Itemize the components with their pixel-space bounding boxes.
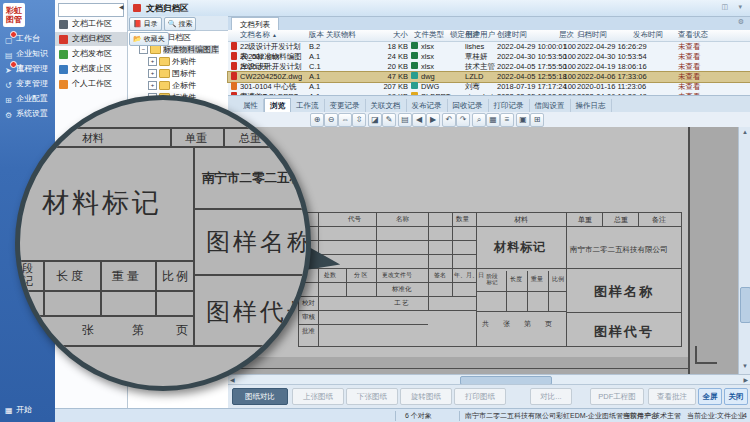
workspace-item-archive[interactable]: 文档归档区	[55, 32, 127, 46]
fullscreen-button[interactable]: 全屏	[698, 388, 722, 405]
magnifier-tool-icon[interactable]: ⌕	[472, 113, 486, 127]
col-material[interactable]: 关联物料	[326, 30, 356, 40]
tb-drawing-code: 图样代号	[594, 323, 654, 341]
measure-icon[interactable]: ≡	[500, 113, 514, 127]
next-page-icon[interactable]: ▶	[426, 113, 440, 127]
col-size[interactable]: 大小	[380, 30, 408, 40]
tree-node-enterprise-std[interactable]: +企标件	[148, 80, 196, 91]
tab-print-records[interactable]: 打印记录	[489, 99, 530, 113]
col-publishtime[interactable]: 发布时间	[633, 30, 663, 40]
vertical-scroll-thumb[interactable]	[740, 287, 750, 323]
folder-icon	[159, 81, 170, 90]
search-button[interactable]: 🔍 搜索	[164, 17, 197, 31]
tree-toolbar: 📕 目录🔍 搜索📂 收藏夹	[127, 16, 228, 31]
compare-drawing-button[interactable]: 图纸对比	[232, 388, 288, 405]
tab-document-list[interactable]: 文档列表	[231, 17, 279, 31]
col-layer[interactable]: 层次	[556, 30, 574, 40]
workspace-search-input[interactable]	[58, 3, 124, 17]
start-icon: ▦	[5, 403, 13, 419]
col-archivetime[interactable]: 归档时间	[577, 30, 607, 40]
status-badge: 未查看	[678, 62, 701, 72]
tab-recycle-records[interactable]: 回收记录	[448, 99, 489, 113]
workspace-item-publish[interactable]: 文档发布区	[55, 47, 127, 61]
mag-length: 长度	[56, 268, 86, 285]
scroll-left-icon[interactable]: ◀	[230, 376, 235, 383]
close-button[interactable]: 关闭	[724, 388, 748, 405]
archive-window-icon	[133, 4, 141, 12]
pdf-drawing-button[interactable]: PDF工程图	[590, 388, 644, 405]
workspace-item-personal[interactable]: 个人工作区	[55, 77, 127, 91]
list-settings-icon[interactable]: ⚙	[738, 18, 744, 26]
sidebar-item-knowledge[interactable]: ▤ 企业知识库	[0, 46, 55, 61]
fit-page-icon[interactable]: ⇳	[352, 113, 366, 127]
view-annotation-button[interactable]: 查看批注	[648, 388, 696, 405]
prev-drawing-button[interactable]: 上张图纸	[292, 388, 344, 405]
tab-operation-log[interactable]: 操作日志	[571, 99, 612, 113]
tab-preview[interactable]: 浏览	[264, 98, 291, 113]
col-filetype[interactable]: 文件类型	[414, 30, 444, 40]
rotate-drawing-button[interactable]: 旋转图纸	[400, 388, 452, 405]
vertical-scrollbar[interactable]: ▲ ▼	[738, 127, 750, 374]
tab-borrow-settings[interactable]: 借阅设置	[530, 99, 571, 113]
tab-workflow[interactable]: 工作流	[291, 99, 325, 113]
table-row-selected[interactable]: CW2204250Z.dwgA.147 KBdwgLZLD2022-04-05 …	[228, 72, 750, 82]
catalog-button[interactable]: 📕 目录	[129, 17, 162, 31]
workspace-item-obsolete[interactable]: 文档废止区	[55, 62, 127, 76]
layers-icon[interactable]: ◪	[368, 113, 382, 127]
document-icon	[231, 62, 237, 70]
col-createuser[interactable]: 创建用户	[465, 30, 495, 40]
next-drawing-button[interactable]: 下张图纸	[346, 388, 398, 405]
prev-page-icon[interactable]: ◀	[412, 113, 426, 127]
grid-icon[interactable]: ▦	[486, 113, 500, 127]
tb-sheet-row: 共张第页	[482, 319, 566, 329]
zoom-out-icon[interactable]: ⊖	[324, 113, 338, 127]
expand-expander-icon[interactable]: +	[148, 81, 157, 90]
expand-expander-icon[interactable]: +	[148, 57, 157, 66]
undo-icon[interactable]: ↶	[442, 113, 456, 127]
zoom-in-icon[interactable]: ⊕	[310, 113, 324, 127]
tree-node-national-std[interactable]: +国标件	[148, 68, 196, 79]
object-count: 6 个对象	[405, 409, 432, 422]
table-row[interactable]: 22级设计开发计划表_002.xlsxB.218 KBxlsxlishes202…	[228, 42, 750, 52]
list-view-icon[interactable]: ▤	[398, 113, 412, 127]
start-button[interactable]: ▦ 开始	[0, 402, 55, 418]
annotate-icon[interactable]: ✎	[382, 113, 396, 127]
sidebar-item-workflow[interactable]: ➤ 流程管理	[0, 61, 55, 76]
pin-icon[interactable]: ◫	[721, 3, 728, 11]
col-version[interactable]: 版本	[309, 30, 324, 40]
fit-width-icon[interactable]: ⇔	[338, 113, 352, 127]
scroll-up-icon[interactable]: ▲	[742, 129, 748, 135]
notification-badge	[10, 31, 17, 38]
col-viewstatus[interactable]: 查看状态	[678, 30, 708, 40]
scroll-down-icon[interactable]: ▼	[742, 363, 748, 369]
print-drawing-button[interactable]: 打印图纸	[454, 388, 506, 405]
print-icon[interactable]: ▣	[516, 113, 530, 127]
sidebar-item-workbench[interactable]: ▢ 工作台	[0, 31, 55, 46]
collapse-expander-icon[interactable]: −	[139, 45, 148, 54]
tab-publish-records[interactable]: 发布记录	[407, 99, 448, 113]
fullscreen-icon[interactable]: ⊞	[530, 113, 544, 127]
collapse-icon[interactable]: ◀	[119, 3, 124, 10]
scroll-right-icon[interactable]: ▶	[743, 376, 748, 383]
col-name[interactable]: 文档名称	[240, 30, 270, 39]
folder-icon	[150, 45, 161, 54]
redo-icon[interactable]: ↷	[456, 113, 470, 127]
tab-properties[interactable]: 属性	[238, 99, 264, 113]
sidebar-item-change[interactable]: ↺ 变更管理	[0, 76, 55, 91]
col-createtime[interactable]: 创建时间	[497, 30, 527, 40]
tab-related-docs[interactable]: 关联文档	[366, 99, 407, 113]
tree-node-outsourced[interactable]: +外购件	[148, 56, 196, 67]
folder-icon	[159, 69, 170, 78]
table-row[interactable]: 2025设计开发计划表_000001…C.120 KBxlsx技术主管2022-…	[228, 62, 750, 72]
compare-more-button[interactable]: 对比...	[530, 388, 572, 405]
workspace-item-working[interactable]: 文档工作区	[55, 17, 127, 31]
menu-arrow-icon[interactable]: ▾	[738, 3, 742, 11]
sidebar-item-enterprise-config[interactable]: ⊞ 企业配置	[0, 91, 55, 106]
table-row[interactable]: 2025标准物料编图库设计开…A.124 KBxlsx覃桂妍2022-04-30…	[228, 52, 750, 62]
sidebar-item-system-settings[interactable]: ⚙ 系统设置	[0, 106, 55, 121]
favorites-button[interactable]: 📂 收藏夹	[129, 32, 169, 46]
table-row[interactable]: 301-0104 中心铣刀.DWGA.1207 KBDWG刘骞2018-07-1…	[228, 82, 750, 92]
expand-expander-icon[interactable]: +	[148, 69, 157, 78]
tab-change-records[interactable]: 变更记录	[325, 99, 366, 113]
tb-name: 名称	[396, 215, 409, 224]
